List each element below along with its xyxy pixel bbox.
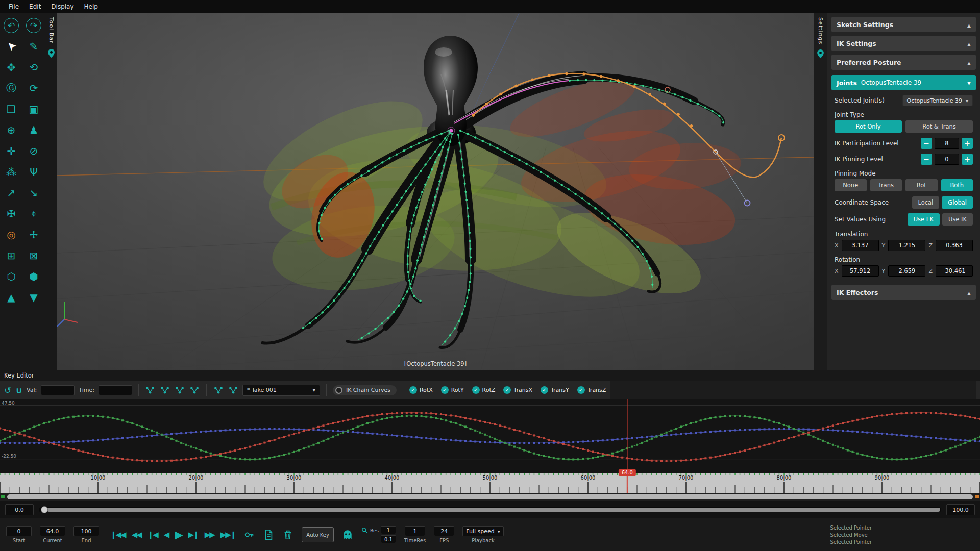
pin-joint-tool[interactable]: ✠ xyxy=(0,203,22,224)
nodes-tool[interactable]: ⁂ xyxy=(0,161,22,182)
ik-pinning-value[interactable]: 0 xyxy=(935,154,959,165)
timeline[interactable]: 64.0 10|0020|0030|0040|0050|0060|0070|00… xyxy=(0,473,980,493)
auto-key-button[interactable]: Auto Key xyxy=(302,527,334,542)
menu-display[interactable]: Display xyxy=(46,2,78,12)
scale-tool[interactable]: ⊕ xyxy=(0,119,22,140)
ik-rotate-tool[interactable]: ⟲ xyxy=(22,57,45,78)
menu-help[interactable]: Help xyxy=(80,2,103,12)
coordinate-local-button[interactable]: Local xyxy=(912,196,940,209)
draw-sketch-tool[interactable]: ✎ xyxy=(22,36,45,57)
section-ik-settings[interactable]: IK Settings xyxy=(831,36,976,51)
rotation-x-field[interactable]: 57.912 xyxy=(842,265,879,277)
jump-pose-tool[interactable]: ↘ xyxy=(22,182,45,203)
channel-rotz[interactable]: RotZ xyxy=(472,386,496,394)
playhead-value[interactable]: 64.0 xyxy=(619,469,636,476)
insert-key-icon[interactable] xyxy=(213,386,224,394)
res-field[interactable]: 1 xyxy=(381,526,396,534)
joint-type-rot-only-button[interactable]: Rot Only xyxy=(835,120,902,133)
skeleton-tool[interactable]: ⌖ xyxy=(22,203,45,224)
ghost-mode-icon[interactable] xyxy=(342,529,353,540)
joint-type-rot-trans-button[interactable]: Rot & Trans xyxy=(905,120,973,133)
prev-frame-button[interactable]: ❙◀ xyxy=(148,530,158,539)
range-max-field[interactable]: 100.0 xyxy=(946,504,975,515)
pushpin-tool[interactable]: ✢ xyxy=(22,224,45,245)
use-fk-button[interactable]: Use FK xyxy=(908,213,940,226)
time-input[interactable] xyxy=(99,385,132,395)
prev-key-icon[interactable] xyxy=(189,386,200,394)
viewport-3d[interactable]: [OctopusTentacle 39] xyxy=(57,13,814,370)
rotation-z-field[interactable]: -30.461 xyxy=(936,265,973,277)
frame-selection-tool[interactable]: ❏ xyxy=(0,98,22,119)
run-pose-tool[interactable]: ↗ xyxy=(0,182,22,203)
set-key-icon[interactable] xyxy=(145,386,155,394)
section-ik-effectors[interactable]: IK Effectors xyxy=(831,285,976,300)
reset-keys-icon[interactable]: ↺ xyxy=(4,385,11,395)
hexagon-filled-tool[interactable]: ⬢ xyxy=(22,266,45,287)
fps-field[interactable]: 24 xyxy=(434,526,454,536)
select-tool[interactable]: ➤ xyxy=(0,36,22,57)
delete-box-tool[interactable]: ⊠ xyxy=(22,245,45,266)
go-to-end-button[interactable]: ▶▶❙ xyxy=(220,530,236,539)
use-ik-button[interactable]: Use IK xyxy=(942,213,973,226)
ik-box-tool[interactable]: ▣ xyxy=(22,98,45,119)
pinning-none-button[interactable]: None xyxy=(835,179,867,191)
timeline-ruler[interactable]: 10|0020|0030|0040|0050|0060|0070|0080|00… xyxy=(0,473,980,493)
translation-y-field[interactable]: 1.215 xyxy=(888,240,925,251)
next-frame-button[interactable]: ▶❙ xyxy=(188,530,199,539)
timeres-field[interactable]: 1 xyxy=(405,526,425,536)
rewind-button[interactable]: ◀◀ xyxy=(132,530,141,539)
range-slider[interactable] xyxy=(39,507,941,512)
range-min-field[interactable]: 0.0 xyxy=(5,504,34,515)
magnet-snap-icon[interactable]: ∪ xyxy=(15,385,22,395)
move-down-tool[interactable]: ▼ xyxy=(22,287,45,308)
go-to-start-button[interactable]: ❙◀◀ xyxy=(110,530,126,539)
move-up-tool[interactable]: ▲ xyxy=(0,287,22,308)
add-target-tool[interactable]: ✛ xyxy=(0,140,22,161)
ik-participation-plus-button[interactable]: + xyxy=(962,138,973,149)
fork-joints-tool[interactable]: Ψ xyxy=(22,161,45,182)
character-tool[interactable]: ♟ xyxy=(22,119,45,140)
translation-z-field[interactable]: 0.363 xyxy=(936,240,973,251)
next-key-icon[interactable] xyxy=(175,386,185,394)
ik-pinning-plus-button[interactable]: + xyxy=(962,154,973,165)
delete-keys-icon[interactable] xyxy=(282,529,293,540)
set-key-icon[interactable] xyxy=(243,529,255,540)
add-box-tool[interactable]: ⊞ xyxy=(0,245,22,266)
rotation-y-field[interactable]: 2.659 xyxy=(888,265,925,277)
disable-tool[interactable]: ⊘ xyxy=(22,140,45,161)
coordinate-global-button[interactable]: Global xyxy=(942,196,973,209)
channel-rotx[interactable]: RotX xyxy=(409,386,433,394)
menu-file[interactable]: File xyxy=(4,2,23,12)
section-sketch-settings[interactable]: Sketch Settings xyxy=(831,17,976,32)
section-preferred-posture[interactable]: Preferred Posture xyxy=(831,55,976,70)
pinning-rot-button[interactable]: Rot xyxy=(905,179,938,191)
joints-dropdown[interactable]: Joints OctopusTentacle 39 xyxy=(831,75,976,90)
channel-transy[interactable]: TransY xyxy=(541,386,569,394)
fast-forward-button[interactable]: ▶▶ xyxy=(205,530,214,539)
ik-pinning-minus-button[interactable]: − xyxy=(921,154,932,165)
ik-participation-minus-button[interactable]: − xyxy=(921,138,932,149)
delete-key-icon[interactable] xyxy=(160,386,170,394)
rotate-character-tool[interactable]: ⟳ xyxy=(22,78,45,98)
toolbar-pin-icon[interactable] xyxy=(48,49,55,58)
settings-tab[interactable]: Settings xyxy=(817,17,824,44)
val-input[interactable] xyxy=(41,385,75,395)
menu-edit[interactable]: Edit xyxy=(24,2,45,12)
timeline-scrollbar[interactable] xyxy=(0,493,980,501)
redo-tool[interactable]: ↷ xyxy=(22,15,45,36)
hexagon-outline-tool[interactable]: ⬡ xyxy=(0,266,22,287)
ik-chain-curves-toggle[interactable]: IK Chain Curves xyxy=(333,385,397,395)
ik-translate-tool[interactable]: ✥ xyxy=(0,57,22,78)
undo-tool[interactable]: ↶ xyxy=(0,15,22,36)
key-document-icon[interactable] xyxy=(263,529,274,540)
resolution-zoom-icon[interactable] xyxy=(361,527,368,534)
take-dropdown[interactable]: * Take 001 xyxy=(242,385,320,396)
channel-transx[interactable]: TransX xyxy=(503,386,532,394)
link-key-icon[interactable] xyxy=(228,386,238,394)
pinning-trans-button[interactable]: Trans xyxy=(870,179,902,191)
settings-pin-icon[interactable] xyxy=(817,49,824,58)
scrollbar-thumb[interactable] xyxy=(7,494,973,499)
play-reverse-button[interactable]: ◀ xyxy=(164,530,169,539)
range-knob[interactable] xyxy=(41,506,48,513)
playback-speed-dropdown[interactable]: Full speed xyxy=(462,526,504,536)
